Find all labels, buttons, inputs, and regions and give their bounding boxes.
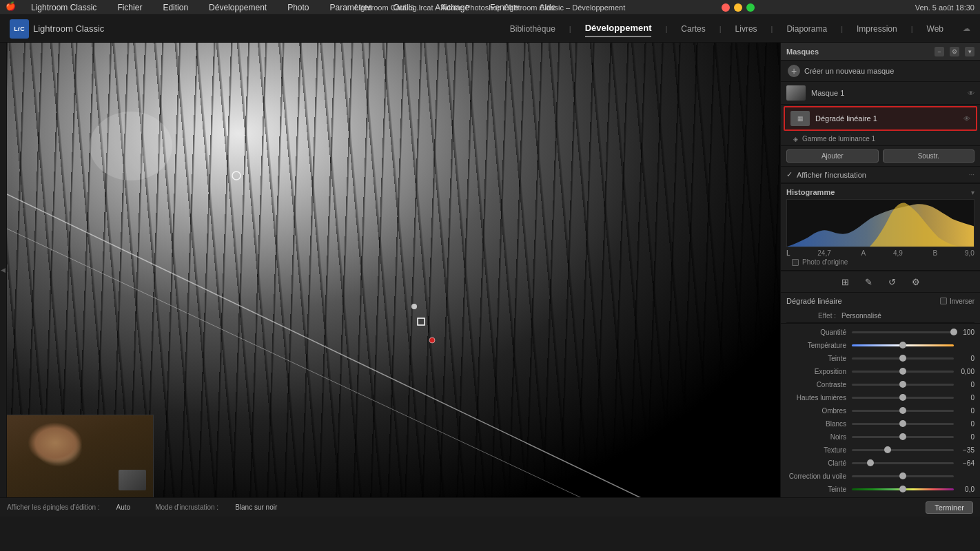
slider-track-4[interactable] <box>852 384 954 386</box>
tab-livres[interactable]: Livres <box>735 21 757 37</box>
slider-value-9: −35 <box>954 446 974 454</box>
slider-value-4: 0 <box>954 381 974 388</box>
degrade-lineaire-row[interactable]: ▦ Dégradé linéaire 1 👁 <box>784 106 977 131</box>
slider-track-10[interactable] <box>852 462 954 464</box>
slider-thumb-7[interactable] <box>899 420 906 427</box>
epingles-value: Auto <box>116 503 131 511</box>
hist-a-label: A <box>861 249 866 257</box>
hist-values: L 24,7 A 4,9 B 9,0 <box>786 249 974 257</box>
cloud-icon: ☁ <box>963 24 970 33</box>
menu-developpement[interactable]: Développement <box>203 1 272 14</box>
menu-lightroom[interactable]: Lightroom Classic <box>25 1 102 14</box>
slider-row-noirs: Noirs0 <box>786 431 974 442</box>
slider-thumb-11[interactable] <box>899 472 906 479</box>
slider-thumb-0[interactable] <box>950 329 957 335</box>
histogram-expand-btn[interactable]: ▾ <box>971 189 974 196</box>
masque1-thumb <box>786 85 806 101</box>
logo-area: LrC Lightroom Classic <box>10 19 147 39</box>
slider-label-3: Exposition <box>786 368 852 375</box>
inverser-checkbox[interactable] <box>940 298 947 304</box>
slider-thumb-2[interactable] <box>899 355 906 362</box>
effet-label: Effet : <box>786 312 841 320</box>
slider-track-2[interactable] <box>852 357 954 360</box>
more-options-btn[interactable]: ··· <box>969 171 974 178</box>
gamme-name: Gamme de luminance 1 <box>802 135 974 143</box>
slider-track-12[interactable] <box>852 488 954 490</box>
apple-menu[interactable]: 🍎 <box>6 1 16 14</box>
tab-web[interactable]: Web <box>927 21 943 37</box>
slider-thumb-3[interactable] <box>899 368 906 375</box>
ajouter-btn[interactable]: Ajouter <box>786 149 879 163</box>
slider-track-1[interactable] <box>852 344 954 346</box>
app-header: LrC Lightroom Classic Bibliothèque | Dév… <box>0 15 980 43</box>
tab-developpement[interactable]: Développement <box>585 20 652 37</box>
menu-fichier[interactable]: Fichier <box>112 1 147 14</box>
slider-track-8[interactable] <box>852 436 954 438</box>
tab-bibliotheque[interactable]: Bibliothèque <box>510 21 555 37</box>
slider-thumb-8[interactable] <box>899 433 906 440</box>
tab-diaporama[interactable]: Diaporama <box>786 21 827 37</box>
rotate-tool[interactable]: ↺ <box>885 274 900 289</box>
slider-thumb-12[interactable] <box>899 486 906 492</box>
effet-row: Effet : Personnalisé <box>786 309 974 323</box>
tab-cartes[interactable]: Cartes <box>681 21 705 37</box>
slider-thumb-10[interactable] <box>867 459 874 466</box>
inverser-label: Inverser <box>950 298 974 305</box>
slider-track-0[interactable] <box>852 331 954 333</box>
tab-impression[interactable]: Impression <box>857 21 897 37</box>
epingles-label: Afficher les épingles d'édition : <box>7 503 100 511</box>
photo-origin-checkbox[interactable] <box>792 259 799 266</box>
slider-track-5[interactable] <box>852 397 954 399</box>
masks-settings-btn[interactable]: ⚙ <box>950 47 959 56</box>
slider-track-6[interactable] <box>852 410 954 412</box>
maximize-button[interactable] <box>746 3 755 12</box>
menu-edition[interactable]: Edition <box>157 1 194 14</box>
heal-tool[interactable]: ✎ <box>861 274 877 289</box>
slider-thumb-1[interactable] <box>899 342 906 349</box>
terminer-btn[interactable]: Terminer <box>926 501 973 514</box>
traffic-lights <box>722 3 755 12</box>
crop-tool[interactable]: ⊞ <box>838 274 853 289</box>
slider-thumb-6[interactable] <box>899 407 906 414</box>
inverser-row: Inverser <box>940 298 974 305</box>
histogram-section: Histogramme ▾ <box>781 184 980 271</box>
soustraire-btn[interactable]: Soustr. <box>883 149 975 163</box>
create-mask-label: Créer un nouveau masque <box>804 67 894 75</box>
slider-label-0: Quantité <box>786 329 852 336</box>
slider-label-4: Contraste <box>786 381 852 388</box>
slider-track-11[interactable] <box>852 475 954 477</box>
degrade-header: Dégradé linéaire Inverser <box>786 293 974 309</box>
overlay-checkmark[interactable]: ✓ <box>786 170 793 179</box>
slider-row-ombres: Ombres0 <box>786 405 974 416</box>
minimize-button[interactable] <box>734 3 742 12</box>
degrade-visibility[interactable]: 👁 <box>963 115 970 123</box>
degrade-name: Dégradé linéaire 1 <box>815 114 963 123</box>
settings-tool[interactable]: ⚙ <box>908 274 923 289</box>
menu-photo[interactable]: Photo <box>282 1 314 14</box>
masks-minus-btn[interactable]: − <box>935 47 944 56</box>
svg-point-4 <box>429 337 435 343</box>
slider-row-blancs: Blancs0 <box>786 418 974 429</box>
slider-label-1: Température <box>786 342 852 349</box>
slider-track-9[interactable] <box>852 449 954 451</box>
slider-label-10: Clarté <box>786 459 852 467</box>
close-button[interactable] <box>722 3 730 12</box>
masks-chevron-btn[interactable]: ▾ <box>965 47 974 56</box>
slider-row-correction-du-voile: Correction du voile <box>786 470 974 481</box>
slider-thumb-9[interactable] <box>884 446 891 453</box>
app-name: Lightroom Classic <box>33 23 104 34</box>
masque1-visibility[interactable]: 👁 <box>968 90 974 97</box>
histogram-title: Histogramme <box>786 188 835 196</box>
svg-point-5 <box>232 171 241 180</box>
create-mask-button[interactable]: + Créer un nouveau masque <box>781 61 980 82</box>
slider-thumb-5[interactable] <box>899 394 906 401</box>
masque1-row[interactable]: Masque 1 👁 <box>781 82 980 105</box>
slider-track-7[interactable] <box>852 423 954 425</box>
slider-row-texture: Texture−35 <box>786 444 974 455</box>
left-panel-toggle[interactable]: ◀ <box>0 43 7 497</box>
app-logo: LrC <box>10 19 29 39</box>
overlay-label: Afficher l'incrustation <box>797 171 965 179</box>
slider-row-exposition: Exposition0,00 <box>786 366 974 377</box>
slider-track-3[interactable] <box>852 371 954 373</box>
slider-thumb-4[interactable] <box>899 381 906 388</box>
